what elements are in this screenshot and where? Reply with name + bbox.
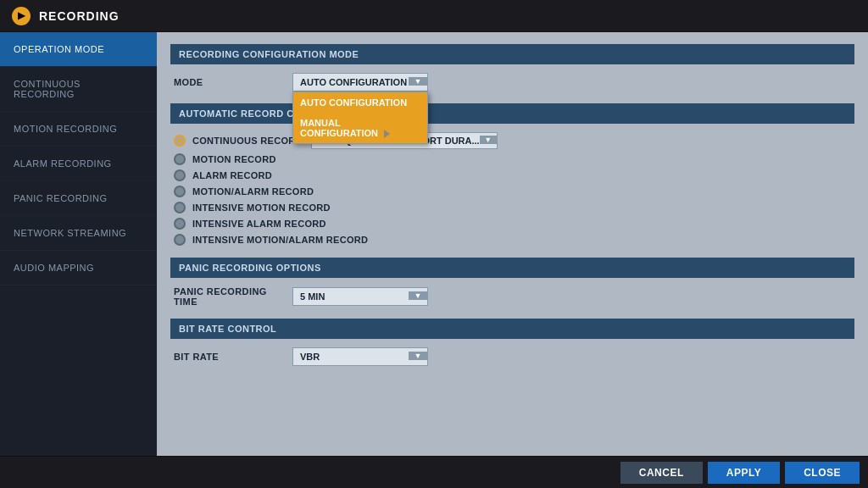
recording-config-section: RECORDING CONFIGURATION MODE MODE AUTO C… [170, 44, 854, 92]
intensive-motion-record-row: INTENSIVE MOTION RECORD [170, 202, 854, 214]
sidebar-item-alarm-recording[interactable]: ALARM RECORDING [0, 147, 157, 181]
recording-config-header: RECORDING CONFIGURATION MODE [170, 44, 854, 64]
alarm-record-radio[interactable] [174, 169, 186, 181]
mode-label: MODE [174, 77, 292, 87]
intensive-alarm-record-radio[interactable] [174, 218, 186, 230]
cancel-button[interactable]: CANCEL [620, 462, 703, 484]
sidebar-item-audio-mapping[interactable]: AUDIO MAPPING [0, 251, 157, 286]
app-icon: ▶ [12, 7, 31, 25]
auto-record-header: AUTOMATIC RECORD CONFIGURATION MODE [170, 103, 854, 124]
bit-rate-row: BIT RATE VBR ▼ [170, 347, 854, 366]
auto-record-section: AUTOMATIC RECORD CONFIGURATION MODE CONT… [170, 103, 854, 246]
bit-rate-section: BIT RATE CONTROL BIT RATE VBR ▼ [170, 319, 854, 366]
panic-recording-time-row: PANIC RECORDING TIME 5 MIN ▼ [170, 286, 854, 307]
panic-time-value: 5 MIN [300, 291, 409, 302]
panic-time-dropdown-container: 5 MIN ▼ [292, 287, 428, 306]
main-layout: OPERATION MODE CONTINUOUS RECORDING MOTI… [0, 32, 868, 456]
motion-record-label: MOTION RECORD [192, 154, 276, 164]
dropdown-option-manual[interactable]: MANUAL CONFIGURATION [293, 113, 427, 143]
intensive-motion-record-radio[interactable] [174, 202, 186, 214]
intensive-motion-alarm-record-row: INTENSIVE MOTION/ALARM RECORD [170, 234, 854, 246]
cursor-icon [384, 130, 390, 138]
mode-dropdown-arrow-icon: ▼ [409, 77, 427, 86]
panic-time-dropdown-button[interactable]: 5 MIN ▼ [292, 287, 428, 306]
continuous-record-row: CONTINUOUS RECORD HIGH QUALITY BUT SHORT… [170, 132, 854, 149]
intensive-alarm-record-row: INTENSIVE ALARM RECORD [170, 218, 854, 230]
panic-recording-header: PANIC RECORDING OPTIONS [170, 258, 854, 278]
sidebar-item-motion-recording[interactable]: MOTION RECORDING [0, 112, 157, 147]
panic-time-arrow-icon: ▼ [409, 291, 427, 300]
panic-recording-time-label: PANIC RECORDING TIME [174, 286, 292, 307]
apply-button[interactable]: APPLY [708, 462, 780, 484]
mode-dropdown-value: AUTO CONFIGURATION [300, 77, 409, 87]
dropdown-option-auto[interactable]: AUTO CONFIGURATION [293, 92, 427, 113]
motion-alarm-record-row: MOTION/ALARM RECORD [170, 186, 854, 197]
intensive-motion-alarm-record-label: INTENSIVE MOTION/ALARM RECORD [192, 235, 368, 245]
bit-rate-arrow-icon: ▼ [409, 352, 427, 360]
sidebar-item-network-streaming[interactable]: NETWORK STREAMING [0, 216, 157, 251]
intensive-alarm-record-label: INTENSIVE ALARM RECORD [192, 219, 326, 229]
intensive-motion-record-label: INTENSIVE MOTION RECORD [192, 202, 331, 213]
mode-form-row: MODE AUTO CONFIGURATION ▼ AUTO CONFIGURA… [170, 73, 854, 92]
motion-alarm-record-label: MOTION/ALARM RECORD [192, 186, 314, 197]
bit-rate-dropdown-container: VBR ▼ [292, 347, 428, 366]
content-area: RECORDING CONFIGURATION MODE MODE AUTO C… [157, 32, 868, 456]
bit-rate-value: VBR [300, 352, 409, 362]
bottom-bar: CANCEL APPLY CLOSE [0, 456, 868, 488]
sidebar-item-continuous-recording[interactable]: CONTINUOUS RECORDING [0, 67, 157, 112]
continuous-record-radio[interactable] [174, 135, 186, 147]
app-title: RECORDING [39, 9, 120, 23]
alarm-record-label: ALARM RECORD [192, 170, 272, 180]
motion-alarm-record-radio[interactable] [174, 186, 186, 197]
bit-rate-dropdown-button[interactable]: VBR ▼ [292, 347, 428, 366]
intensive-motion-alarm-record-radio[interactable] [174, 234, 186, 246]
continuous-record-label: CONTINUOUS RECORD [192, 136, 303, 146]
sidebar: OPERATION MODE CONTINUOUS RECORDING MOTI… [0, 32, 157, 456]
bit-rate-header: BIT RATE CONTROL [170, 319, 854, 339]
mode-dropdown-open: AUTO CONFIGURATION MANUAL CONFIGURATION [292, 92, 428, 144]
title-bar: ▶ RECORDING [0, 0, 868, 32]
sidebar-item-operation-mode[interactable]: OPERATION MODE [0, 32, 157, 67]
continuous-record-dropdown-arrow-icon: ▼ [480, 136, 497, 144]
motion-record-radio[interactable] [174, 153, 186, 165]
mode-dropdown-button[interactable]: AUTO CONFIGURATION ▼ [292, 73, 428, 92]
close-button[interactable]: CLOSE [785, 462, 860, 484]
panic-recording-section: PANIC RECORDING OPTIONS PANIC RECORDING … [170, 258, 854, 307]
sidebar-item-panic-recording[interactable]: PANIC RECORDING [0, 181, 157, 216]
bit-rate-label: BIT RATE [174, 352, 292, 362]
motion-record-row: MOTION RECORD [170, 153, 854, 165]
mode-dropdown-container: AUTO CONFIGURATION ▼ AUTO CONFIGURATION … [292, 73, 428, 92]
alarm-record-row: ALARM RECORD [170, 169, 854, 181]
